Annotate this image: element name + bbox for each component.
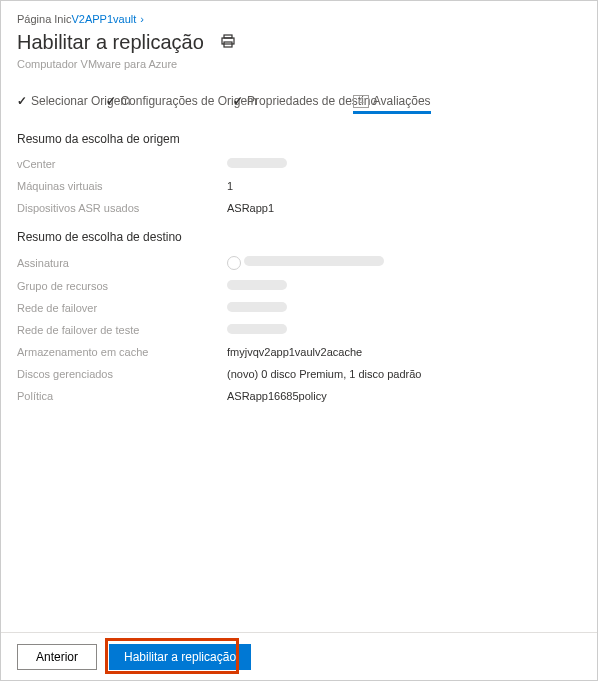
redacted-value bbox=[227, 324, 287, 334]
print-icon[interactable] bbox=[220, 33, 236, 52]
step-evaluations: 4 Avaliações bbox=[353, 94, 430, 108]
row-policy: Política ASRapp16685policy bbox=[17, 390, 581, 402]
wizard-steps: ✓ Selecionar Origem ✓ Configurações de O… bbox=[17, 94, 581, 108]
page-title: Habilitar a replicação bbox=[17, 31, 204, 54]
row-failover-test-network: Rede de failover de teste bbox=[17, 324, 581, 336]
chevron-right-icon: › bbox=[140, 13, 144, 25]
label-asr: Dispositivos ASR usados bbox=[17, 202, 227, 214]
step-label: Avaliações bbox=[373, 94, 431, 108]
row-failover-network: Rede de failover bbox=[17, 302, 581, 314]
value-vms: 1 bbox=[227, 180, 233, 192]
dest-summary-title: Resumo de escolha de destino bbox=[17, 230, 581, 244]
row-resource-group: Grupo de recursos bbox=[17, 280, 581, 292]
row-subscription: Assinatura bbox=[17, 256, 581, 270]
step-number: 4 bbox=[353, 95, 369, 108]
label-subscription: Assinatura bbox=[17, 257, 227, 269]
label-failover-net: Rede de failover bbox=[17, 302, 227, 314]
footer: Anterior Habilitar a replicação bbox=[1, 632, 597, 680]
redacted-value bbox=[244, 256, 384, 266]
label-resource-group: Grupo de recursos bbox=[17, 280, 227, 292]
value-vcenter bbox=[227, 158, 287, 170]
row-vcenter: vCenter bbox=[17, 158, 581, 170]
redacted-value bbox=[227, 280, 287, 290]
label-cache: Armazenamento em cache bbox=[17, 346, 227, 358]
label-vms: Máquinas virtuais bbox=[17, 180, 227, 192]
breadcrumb-link[interactable]: V2APP1vault bbox=[71, 13, 136, 25]
label-failover-test-net: Rede de failover de teste bbox=[17, 324, 227, 336]
previous-button[interactable]: Anterior bbox=[17, 644, 97, 670]
check-icon: ✓ bbox=[106, 94, 116, 108]
redacted-value bbox=[227, 158, 287, 168]
row-virtual-machines: Máquinas virtuais 1 bbox=[17, 180, 581, 192]
origin-summary-title: Resumo da escolha de origem bbox=[17, 132, 581, 146]
row-managed-disks: Discos gerenciados (novo) 0 disco Premiu… bbox=[17, 368, 581, 380]
label-vcenter: vCenter bbox=[17, 158, 227, 170]
breadcrumb-prefix: Página Inic bbox=[17, 13, 71, 25]
value-failover-test-net bbox=[227, 324, 287, 336]
value-disks: (novo) 0 disco Premium, 1 disco padrão bbox=[227, 368, 421, 380]
check-icon: ✓ bbox=[17, 94, 27, 108]
redacted-value bbox=[227, 302, 287, 312]
redacted-circle bbox=[227, 256, 241, 270]
label-policy: Política bbox=[17, 390, 227, 402]
enable-replication-button[interactable]: Habilitar a replicação bbox=[109, 644, 251, 670]
row-cache-storage: Armazenamento em cache fmyjvqv2app1vaulv… bbox=[17, 346, 581, 358]
value-failover-net bbox=[227, 302, 287, 314]
value-policy: ASRapp16685policy bbox=[227, 390, 327, 402]
value-resource-group bbox=[227, 280, 287, 292]
value-subscription bbox=[227, 256, 384, 270]
breadcrumb: Página InicV2APP1vault› bbox=[17, 13, 581, 25]
value-asr: ASRapp1 bbox=[227, 202, 274, 214]
page-subtitle: Computador VMware para Azure bbox=[17, 58, 581, 70]
row-asr-devices: Dispositivos ASR usados ASRapp1 bbox=[17, 202, 581, 214]
active-step-indicator bbox=[353, 111, 430, 114]
check-icon: ✓ bbox=[233, 94, 243, 108]
value-cache: fmyjvqv2app1vaulv2acache bbox=[227, 346, 362, 358]
label-disks: Discos gerenciados bbox=[17, 368, 227, 380]
